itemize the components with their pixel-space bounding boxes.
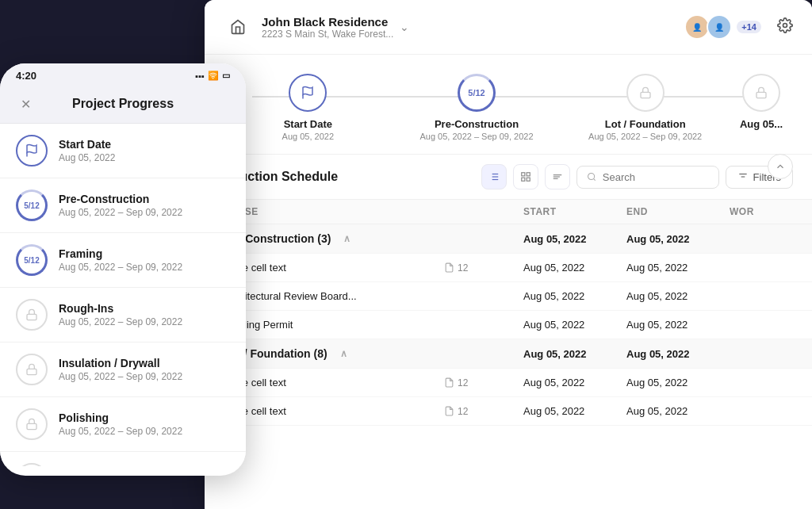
mobile-step-info-polishing: Polishing Aug 05, 2022 – Sep 09, 2022: [59, 411, 230, 437]
section-collapse-icon-2: ∧: [340, 348, 347, 359]
mobile-step-roughins[interactable]: Rough-Ins Aug 05, 2022 – Sep 09, 2022: [0, 288, 246, 343]
mobile-step-framing[interactable]: 5/12 Framing Aug 05, 2022 – Sep 09, 2022: [0, 233, 246, 288]
row-start-4: Aug 05, 2022: [523, 377, 626, 388]
mobile-step-polishing[interactable]: Polishing Aug 05, 2022 – Sep 09, 2022: [0, 397, 246, 452]
main-window: John Black Residence 2223 S Main St, Wak…: [205, 0, 812, 509]
timeline-label-preconstruction: Pre-Construction: [435, 118, 519, 130]
svg-rect-2: [641, 92, 650, 98]
header-end: End: [626, 206, 730, 217]
timeline-item-foundation[interactable]: Lot / Foundation Aug 05, 2022 – Sep 09, …: [561, 74, 730, 141]
mobile-step-name-framing: Framing: [59, 247, 230, 260]
chevron-down-icon: ⌄: [400, 21, 409, 33]
section-name-foundation: Lot / Foundation (8) ∧: [224, 347, 444, 360]
section-end-foundation: Aug 05, 2022: [626, 348, 730, 360]
list-view-button[interactable]: [481, 164, 507, 189]
row-name-3: Building Permit: [224, 319, 444, 331]
foundation-locked-icon: [626, 74, 665, 112]
mobile-step-insulation[interactable]: Insulation / Drywall Aug 05, 2022 – Sep …: [0, 343, 246, 397]
avatar-count: +14: [737, 21, 761, 33]
grid-view-button[interactable]: [513, 164, 538, 189]
mobile-step-name-polishing: Polishing: [59, 411, 230, 424]
svg-point-17: [588, 173, 594, 179]
gantt-view-button[interactable]: [545, 164, 570, 189]
timeline-label-foundation: Lot / Foundation: [605, 118, 686, 130]
svg-rect-3: [756, 92, 766, 98]
row-end-3: Aug 05, 2022: [626, 319, 730, 331]
header-empty: [444, 206, 523, 217]
schedule-table: Phase Start End Wor Pre-Construction (3)…: [205, 200, 812, 426]
timeline-label-more: Aug 05...: [740, 118, 783, 130]
section-start-foundation: Aug 05, 2022: [523, 348, 626, 360]
mobile-overlay: 4:20 ▪▪▪ 🛜 ▭ ✕ Project Progress: [0, 63, 246, 476]
mobile-step-date-insulation: Aug 05, 2022 – Sep 09, 2022: [59, 371, 230, 382]
avatar: 👤: [707, 14, 732, 40]
mobile-close-button[interactable]: ✕: [16, 94, 35, 113]
section-start-preconstruction: Aug 05, 2022: [523, 233, 626, 245]
row-badge-4: 12: [444, 377, 523, 388]
mobile-step-finish[interactable]: Finish Aug 05, 2022 – Sep 09, 2022: [0, 452, 246, 466]
battery-icon: ▭: [222, 71, 230, 81]
row-end-1: Aug 05, 2022: [626, 262, 730, 274]
timeline: Start Date Aug 05, 2022 5/12 Pre-Constru…: [205, 55, 812, 155]
row-name-4: Table cell text: [224, 377, 444, 388]
row-name-1: Table cell text: [224, 262, 444, 274]
timeline-date-start: Aug 05, 2022: [282, 132, 334, 141]
project-title-wrap[interactable]: John Black Residence 2223 S Main St, Wak…: [262, 15, 675, 40]
mobile-step-info-preconstruction: Pre-Construction Aug 05, 2022 – Sep 09, …: [59, 193, 230, 218]
collapse-timeline-button[interactable]: [768, 154, 793, 179]
home-icon[interactable]: [224, 13, 252, 41]
table-row[interactable]: Table cell text 12 Aug 05, 2022 Aug 05, …: [205, 369, 812, 397]
search-input[interactable]: [603, 171, 709, 183]
row-start-3: Aug 05, 2022: [523, 319, 626, 331]
timeline-item-more[interactable]: Aug 05...: [730, 74, 793, 130]
table-row[interactable]: Architectural Review Board... Aug 05, 20…: [205, 282, 812, 311]
mobile-step-date-preconstruction: Aug 05, 2022 – Sep 09, 2022: [59, 207, 230, 218]
mobile-step-date-roughins: Aug 05, 2022 – Sep 09, 2022: [59, 316, 230, 327]
row-end-2: Aug 05, 2022: [626, 290, 730, 302]
timeline-item-start[interactable]: Start Date Aug 05, 2022: [224, 74, 393, 141]
mobile-roughins-icon: [16, 299, 48, 331]
header-phase: Phase: [224, 206, 444, 217]
mobile-step-name-roughins: Rough-Ins: [59, 302, 230, 315]
row-badge-5: 12: [444, 406, 523, 417]
mobile-content: Start Date Aug 05, 2022 5/12 Pre-Constru…: [0, 124, 246, 466]
svg-rect-10: [521, 173, 524, 176]
mobile-step-info-framing: Framing Aug 05, 2022 – Sep 09, 2022: [59, 247, 230, 273]
preconstruction-progress-icon: 5/12: [458, 74, 496, 112]
mobile-step-preconstruction[interactable]: 5/12 Pre-Construction Aug 05, 2022 – Sep…: [0, 178, 246, 233]
search-box: [576, 166, 719, 189]
row-name-2: Architectural Review Board...: [224, 290, 444, 302]
mobile-step-name-preconstruction: Pre-Construction: [59, 193, 230, 205]
svg-point-0: [783, 23, 787, 27]
svg-rect-23: [27, 314, 36, 320]
timeline-item-preconstruction[interactable]: 5/12 Pre-Construction Aug 05, 2022 – Sep…: [393, 74, 561, 141]
svg-line-18: [593, 178, 595, 180]
project-name: John Black Residence: [262, 15, 393, 29]
section-pre-construction[interactable]: Pre-Construction (3) ∧ Aug 05, 2022 Aug …: [205, 224, 812, 254]
header: John Black Residence 2223 S Main St, Wak…: [205, 0, 812, 55]
mobile-start-icon: [16, 135, 48, 166]
settings-icon[interactable]: [777, 17, 793, 37]
mobile-framing-icon: 5/12: [16, 244, 48, 276]
mobile-step-info-insulation: Insulation / Drywall Aug 05, 2022 – Sep …: [59, 357, 230, 382]
svg-rect-24: [27, 369, 36, 374]
mobile-insulation-icon: [16, 354, 48, 385]
mobile-polishing-icon: [16, 408, 48, 440]
mobile-step-date-start: Aug 05, 2022: [59, 152, 230, 163]
row-start-5: Aug 05, 2022: [523, 405, 626, 417]
table-row[interactable]: Table cell text 12 Aug 05, 2022 Aug 05, …: [205, 254, 812, 282]
mobile-header: ✕ Project Progress: [0, 85, 246, 124]
signal-icon: ▪▪▪: [195, 71, 205, 81]
table-row[interactable]: Building Permit Aug 05, 2022 Aug 05, 202…: [205, 311, 812, 339]
mobile-step-start[interactable]: Start Date Aug 05, 2022: [0, 124, 246, 178]
table-row[interactable]: Table cell text 12 Aug 05, 2022 Aug 05, …: [205, 397, 812, 426]
start-date-icon: [289, 74, 327, 112]
mobile-status-icons: ▪▪▪ 🛜 ▭: [195, 70, 230, 82]
schedule-header: struction Schedule: [205, 155, 812, 200]
section-lot-foundation[interactable]: Lot / Foundation (8) ∧ Aug 05, 2022 Aug …: [205, 339, 812, 369]
svg-rect-13: [527, 178, 530, 181]
mobile-step-name-start: Start Date: [59, 138, 230, 151]
mobile-step-name-insulation: Insulation / Drywall: [59, 357, 230, 369]
timeline-label-start: Start Date: [284, 118, 332, 130]
search-icon: [587, 171, 596, 182]
